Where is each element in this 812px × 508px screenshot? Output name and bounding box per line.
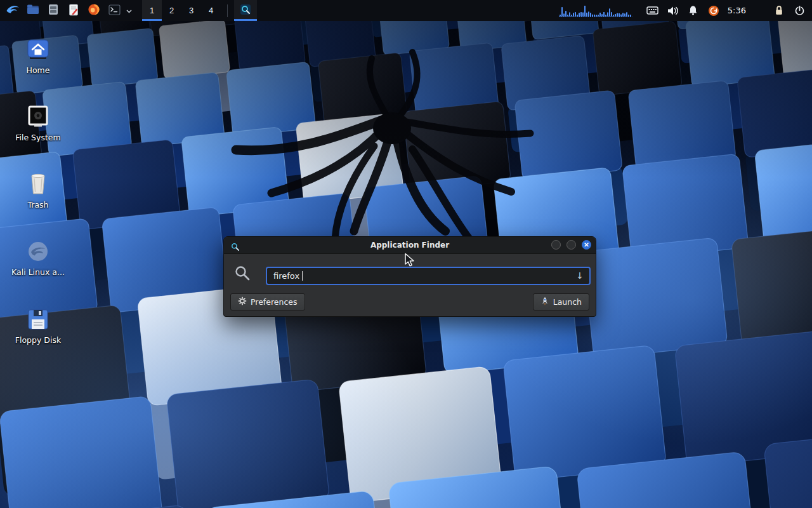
file-manager-icon: [27, 4, 39, 17]
app-finder-task-icon: [240, 4, 251, 17]
launcher-files[interactable]: [43, 1, 63, 20]
rocket-icon: [540, 297, 549, 308]
chevron-down-icon: [126, 6, 132, 15]
kali-logo-icon: [5, 2, 20, 19]
kali-menu-button[interactable]: [3, 1, 23, 20]
file-cabinet-icon: [48, 4, 59, 17]
application-finder-window: Application Finder ✕ firefox ↓: [223, 236, 596, 317]
taskbar-application-finder[interactable]: [234, 0, 257, 21]
home-icon: [23, 36, 53, 63]
cpu-graph[interactable]: [559, 3, 634, 19]
desktop-icon-label: Trash: [27, 201, 48, 210]
launcher-file-manager[interactable]: [23, 1, 43, 20]
mouse-cursor: [403, 253, 417, 270]
notifications-icon[interactable]: [685, 1, 702, 20]
workspace-4[interactable]: 4: [201, 0, 221, 21]
trash-icon: [23, 171, 53, 197]
desktop: 1 2 3 4: [0, 0, 812, 508]
top-panel: 1 2 3 4: [0, 0, 812, 21]
keyboard-layout-icon[interactable]: [645, 1, 661, 20]
text-caret: [302, 271, 303, 281]
desktop-icon-label: Home: [27, 66, 50, 75]
panel-separator: [227, 4, 228, 17]
desktop-icon-file-system[interactable]: File System: [3, 104, 73, 142]
window-title: Application Finder: [224, 237, 596, 253]
search-input-value: firefox: [273, 271, 299, 281]
terminal-icon: [108, 4, 121, 17]
panel-tray: 5:36: [559, 0, 809, 21]
preferences-label: Preferences: [251, 297, 298, 307]
floppy-disk-icon: [23, 306, 53, 333]
desktop-icon-home[interactable]: Home: [3, 36, 73, 75]
preferences-button[interactable]: Preferences: [230, 293, 305, 311]
desktop-icon-floppy-disk[interactable]: Floppy Disk: [3, 306, 73, 345]
file-system-icon: [23, 104, 53, 130]
search-input[interactable]: firefox ↓: [266, 267, 591, 285]
workspace-1[interactable]: 1: [142, 0, 162, 21]
launcher-terminal[interactable]: [104, 1, 124, 20]
firefox-icon: [88, 3, 100, 18]
clock[interactable]: 5:36: [728, 6, 746, 15]
lock-screen-icon[interactable]: [771, 1, 787, 20]
desktop-icon-trash[interactable]: Trash: [3, 171, 73, 210]
terminal-dropdown-button[interactable]: [124, 1, 133, 20]
launch-label: Launch: [553, 297, 582, 307]
launcher-firefox[interactable]: [84, 1, 104, 20]
close-button[interactable]: ✕: [582, 240, 591, 250]
launcher-text-editor[interactable]: [63, 1, 84, 20]
desktop-icon-label: Floppy Disk: [15, 336, 61, 345]
input-dropdown-arrow-icon[interactable]: ↓: [576, 271, 584, 281]
search-icon: [234, 265, 251, 284]
maximize-button[interactable]: [566, 240, 576, 250]
minimize-button[interactable]: [551, 240, 561, 250]
desktop-icon-kali-linux[interactable]: Kali Linux a...: [3, 238, 73, 277]
launch-button[interactable]: Launch: [533, 293, 589, 311]
power-icon[interactable]: [791, 1, 808, 20]
workspace-3[interactable]: 3: [181, 0, 201, 21]
text-editor-icon: [68, 4, 79, 18]
titlebar[interactable]: Application Finder ✕: [224, 237, 596, 254]
workspace-switcher: 1 2 3 4: [142, 0, 221, 21]
volume-icon[interactable]: [665, 1, 681, 20]
tray-status-icon[interactable]: [705, 1, 722, 20]
gear-icon: [238, 297, 247, 307]
panel-left: 1 2 3 4: [3, 0, 257, 21]
desktop-icon-label: Kali Linux a...: [11, 268, 65, 277]
kali-docs-icon: [23, 238, 53, 265]
desktop-icon-label: File System: [15, 133, 61, 142]
workspace-2[interactable]: 2: [162, 0, 181, 21]
